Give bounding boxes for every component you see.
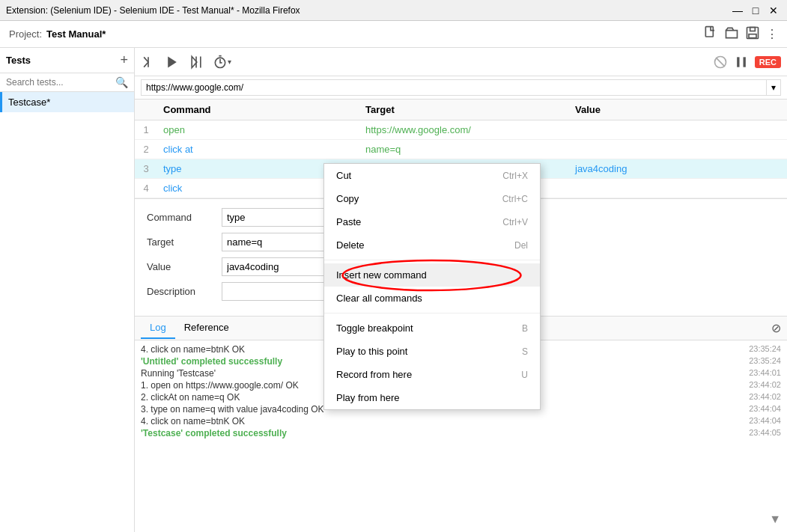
log-time: 23:44:02	[749, 380, 781, 391]
row-num: 1	[135, 120, 157, 140]
url-bar: ▾	[135, 76, 787, 100]
window-controls: — □ ✕	[730, 3, 781, 18]
row-value	[569, 120, 787, 140]
row-target: name=q	[359, 140, 569, 159]
context-menu-play-from-here[interactable]: Play from here	[324, 386, 540, 409]
context-menu: Cut Ctrl+X Copy Ctrl+C Paste Ctrl+V Dele…	[323, 163, 541, 410]
row-command: click at	[157, 140, 359, 159]
context-menu-delete[interactable]: Delete Del	[324, 233, 540, 257]
context-menu-record-from-here[interactable]: Record from here U	[324, 363, 540, 386]
toolbar-left: ▾	[141, 55, 231, 70]
clear-log-button[interactable]: ⊘	[771, 321, 781, 335]
row-num: 3	[135, 159, 157, 179]
context-menu-cut-shortcut: Ctrl+X	[502, 171, 528, 181]
context-menu-delete-label: Delete	[336, 239, 365, 251]
target-label: Target	[147, 236, 222, 248]
context-menu-insert-new-command[interactable]: Insert new command	[324, 263, 540, 287]
timer-button[interactable]: ▾	[213, 55, 231, 70]
more-options-button[interactable]: ⋮	[766, 25, 778, 43]
svg-rect-14	[743, 57, 745, 67]
log-time: 23:35:24	[749, 344, 781, 355]
context-menu-paste-label: Paste	[336, 216, 361, 227]
context-menu-record-label: Record from here	[336, 369, 412, 380]
record-button[interactable]: REC	[755, 56, 781, 68]
context-menu-play-from-label: Play from here	[336, 392, 400, 403]
row-command: open	[157, 120, 359, 140]
command-label: Command	[147, 212, 222, 223]
log-time: 23:44:04	[749, 416, 781, 426]
context-menu-record-shortcut: U	[521, 370, 528, 380]
step-button[interactable]	[141, 55, 156, 70]
context-menu-divider-1	[324, 260, 540, 260]
url-dropdown-button[interactable]: ▾	[767, 79, 781, 96]
project-name: Test Manual*	[46, 28, 106, 40]
open-file-button[interactable]	[724, 25, 739, 43]
context-menu-copy-shortcut: Ctrl+C	[502, 194, 528, 204]
minimize-button[interactable]: —	[730, 3, 745, 18]
new-file-button[interactable]	[703, 25, 718, 43]
context-menu-divider-2	[324, 313, 540, 314]
log-time: 23:44:05	[749, 428, 781, 438]
save-file-button[interactable]	[745, 25, 760, 43]
row-target: https://www.google.com/	[359, 120, 569, 140]
sidebar-item-testcase[interactable]: Testcase*	[0, 92, 134, 112]
sidebar-header: Tests +	[0, 48, 134, 73]
context-menu-clear-all[interactable]: Clear all commands	[324, 287, 540, 310]
log-text: 'Testcase' completed successfully	[141, 428, 287, 438]
tests-button[interactable]	[189, 55, 204, 70]
svg-marker-5	[168, 56, 177, 67]
log-text: 3. type on name=q with value java4coding…	[141, 404, 324, 415]
log-time: 23:44:01	[749, 368, 781, 379]
tab-reference[interactable]: Reference	[175, 317, 238, 339]
context-menu-cut[interactable]: Cut Ctrl+X	[324, 164, 540, 187]
context-menu-play-to-point[interactable]: Play to this point S	[324, 340, 540, 363]
tab-log[interactable]: Log	[141, 317, 175, 339]
svg-rect-2	[750, 27, 756, 31]
window-title: Extension: (Selenium IDE) - Selenium IDE…	[6, 5, 300, 16]
context-menu-paste[interactable]: Paste Ctrl+V	[324, 210, 540, 233]
log-time: 23:35:24	[749, 356, 781, 367]
toolbar: ▾ REC	[135, 48, 787, 76]
log-text: 1. open on https://www.google.com/ OK	[141, 380, 299, 391]
log-time: 23:44:02	[749, 392, 781, 403]
col-header-command: Command	[157, 100, 359, 120]
table-row[interactable]: 1 open https://www.google.com/	[135, 120, 787, 140]
play-button[interactable]	[165, 55, 180, 70]
project-icon-group: ⋮	[703, 25, 778, 43]
context-menu-copy-label: Copy	[336, 193, 359, 204]
pause-button[interactable]	[734, 55, 749, 70]
log-text: 4. click on name=btnK OK	[141, 344, 245, 355]
disable-button[interactable]	[713, 55, 728, 70]
close-button[interactable]: ✕	[766, 3, 781, 18]
col-header-target: Target	[359, 100, 569, 120]
sidebar: Tests + 🔍 Testcase*	[0, 48, 135, 532]
svg-rect-0	[705, 26, 713, 36]
context-menu-toggle-shortcut: B	[522, 323, 528, 334]
row-num: 2	[135, 140, 157, 159]
project-label: Project:	[9, 28, 42, 40]
url-input[interactable]	[141, 79, 767, 96]
maximize-button[interactable]: □	[748, 3, 763, 18]
log-text: 4. click on name=btnK OK	[141, 416, 245, 426]
sidebar-item-label: Testcase*	[8, 97, 50, 108]
log-time: 23:44:04	[749, 404, 781, 415]
toolbar-right: REC	[713, 55, 781, 70]
log-text: Running 'Testcase'	[141, 368, 216, 379]
row-num: 4	[135, 179, 157, 198]
add-test-button[interactable]: +	[120, 52, 128, 68]
row-value	[569, 140, 787, 159]
search-icon: 🔍	[115, 76, 128, 88]
search-input[interactable]	[6, 77, 115, 88]
context-menu-copy[interactable]: Copy Ctrl+C	[324, 187, 540, 210]
log-line: 4. click on name=btnK OK 23:44:04	[141, 415, 781, 427]
context-menu-toggle-breakpoint[interactable]: Toggle breakpoint B	[324, 317, 540, 340]
context-menu-paste-shortcut: Ctrl+V	[502, 217, 528, 227]
log-text: 2. clickAt on name=q OK	[141, 392, 240, 403]
sidebar-search: 🔍	[0, 73, 134, 92]
table-row[interactable]: 2 click at name=q	[135, 140, 787, 159]
context-menu-delete-shortcut: Del	[514, 240, 528, 251]
scroll-down-button[interactable]: ▼	[769, 513, 781, 526]
tests-label: Tests	[6, 55, 31, 66]
value-label: Value	[147, 261, 222, 272]
col-header-num	[135, 100, 157, 120]
